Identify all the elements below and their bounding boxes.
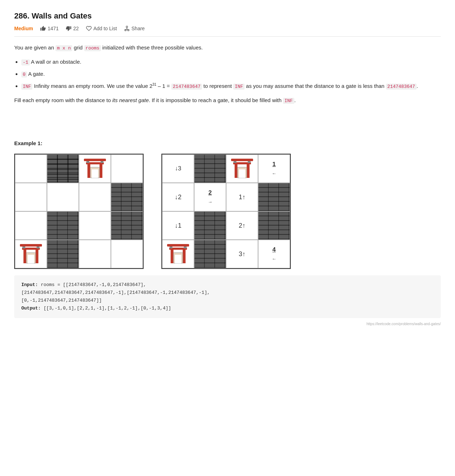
code-inf2: INF <box>233 84 244 90</box>
values-list: -1 A wall or an obstacle. 0 A gate. INF … <box>21 57 441 91</box>
share-icon <box>124 26 130 31</box>
add-to-list-label: Add to List <box>93 26 117 31</box>
grid-cell-0-0 <box>15 154 47 183</box>
svg-rect-8 <box>87 164 90 178</box>
svg-rect-32 <box>171 250 173 263</box>
code-block: Input: rooms = [[2147483647,-1,0,2147483… <box>14 275 441 318</box>
svg-rect-13 <box>101 161 103 163</box>
out-cell-1-0: ↓2 <box>162 183 194 211</box>
add-to-list-button[interactable]: Add to List <box>86 26 117 31</box>
out-cell-0-3: 1 ← <box>258 154 290 183</box>
input-keyword: Input: <box>21 282 38 287</box>
svg-rect-36 <box>170 247 172 248</box>
svg-rect-17 <box>36 250 38 263</box>
out-cell-3-3: 4 ← <box>258 240 290 268</box>
grid-cell-3-0 <box>15 240 47 268</box>
code-large-num2: 2147483647 <box>386 84 417 90</box>
torii-icon-out-3-0 <box>166 242 191 266</box>
list-item-gate: 0 A gate. <box>21 69 441 79</box>
svg-rect-22 <box>231 159 253 161</box>
svg-rect-35 <box>175 255 181 263</box>
thumbs-up-icon <box>40 26 46 31</box>
meta-bar: Medium 1471 22 Add to List Share <box>14 26 441 37</box>
output-grid: ↓3 <box>161 154 291 269</box>
heart-icon <box>86 26 92 31</box>
svg-rect-20 <box>22 247 25 248</box>
grid-cell-2-0 <box>15 211 47 240</box>
svg-rect-33 <box>183 250 186 263</box>
input-code-text: rooms = [[2147483647,-1,0,2147483647], <box>41 282 146 287</box>
out-cell-0-0: ↓3 <box>162 154 194 183</box>
svg-rect-30 <box>167 244 189 247</box>
grid-cell-2-2 <box>79 211 111 240</box>
example-images: ↓3 <box>14 154 441 269</box>
out-cell-1-3 <box>258 183 290 211</box>
out-cell-2-3 <box>258 211 290 240</box>
out-cell-0-1 <box>194 154 226 183</box>
grid-cell-0-2 <box>79 154 111 183</box>
code-rooms: rooms <box>84 45 101 51</box>
grid-before <box>14 154 144 269</box>
svg-rect-16 <box>23 250 26 263</box>
downvotes-item: 22 <box>66 26 79 31</box>
grid-cell-3-3 <box>111 240 143 268</box>
upvotes-item: 1471 <box>40 26 59 31</box>
out-cell-3-0 <box>162 240 194 268</box>
out-cell-3-2: 3↑ <box>226 240 258 268</box>
svg-rect-14 <box>20 244 42 247</box>
svg-rect-27 <box>239 169 245 178</box>
share-label: Share <box>132 26 145 31</box>
grid-cell-1-2 <box>79 183 111 211</box>
code-large-num: 2147483647 <box>171 84 202 90</box>
code-inf3: INF <box>283 98 294 104</box>
svg-rect-24 <box>235 164 237 178</box>
svg-rect-25 <box>247 164 250 178</box>
code-neg1: -1 <box>21 59 30 65</box>
out-cell-2-2: 2↑ <box>226 211 258 240</box>
out-cell-2-0: ↓1 <box>162 211 194 240</box>
out-cell-2-1 <box>194 211 226 240</box>
output-keyword: Output: <box>21 306 41 311</box>
svg-rect-11 <box>92 169 98 178</box>
difficulty-badge: Medium <box>14 26 33 31</box>
svg-rect-29 <box>248 161 251 163</box>
list-item-inf: INF Infinity means an empty room. We use… <box>21 81 441 91</box>
input-grid <box>14 154 144 269</box>
torii-icon-3-0 <box>18 242 43 266</box>
svg-rect-0 <box>126 26 128 27</box>
code-mxn: m x n <box>55 45 72 51</box>
grid-cell-2-1 <box>47 211 79 240</box>
svg-rect-9 <box>100 164 102 178</box>
out-cell-0-2 <box>226 154 258 183</box>
grid-cell-0-3 <box>111 154 143 183</box>
grid-cell-3-1 <box>47 240 79 268</box>
list-item-wall: -1 A wall or an obstacle. <box>21 57 441 67</box>
out-cell-1-2: 1↑ <box>226 183 258 211</box>
grid-cell-1-1 <box>47 183 79 211</box>
svg-rect-19 <box>28 255 34 263</box>
svg-rect-28 <box>234 161 236 163</box>
problem-body: You are given an m x n grid rooms initia… <box>14 43 441 327</box>
output-code-text: [[3,-1,0,1],[2,2,1,-1],[1,-1,2,-1],[0,-1… <box>43 306 171 311</box>
torii-icon-0-2 <box>82 157 107 181</box>
downvotes-count: 22 <box>73 26 79 31</box>
code-inf: INF <box>21 84 32 90</box>
example-title: Example 1: <box>14 139 441 148</box>
svg-rect-21 <box>37 247 39 248</box>
out-cell-1-1: 2 → <box>194 183 226 211</box>
share-button[interactable]: Share <box>124 26 145 31</box>
svg-rect-6 <box>84 159 106 161</box>
grid-cell-1-3 <box>111 183 143 211</box>
grid-cell-1-0 <box>15 183 47 211</box>
grid-cell-0-1 <box>47 154 79 183</box>
grid-after: ↓3 <box>161 154 291 269</box>
grid-cell-3-2 <box>79 240 111 268</box>
upvotes-count: 1471 <box>48 26 59 31</box>
code-zero: 0 <box>21 72 27 78</box>
svg-rect-12 <box>86 161 89 163</box>
grid-cell-2-3 <box>111 211 143 240</box>
problem-title: 286. Walls and Gates <box>14 11 441 21</box>
out-cell-3-1 <box>194 240 226 268</box>
thumbs-down-icon <box>66 26 71 31</box>
svg-rect-37 <box>184 247 187 248</box>
